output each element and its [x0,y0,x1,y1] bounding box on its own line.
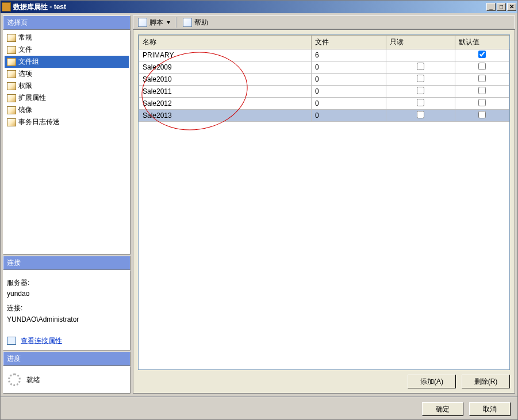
connection-panel: 连接 服务器: yundao 连接: YUNDAO\Administrator … [3,256,131,350]
cell-default[interactable] [455,61,509,74]
cell-readonly[interactable] [386,74,455,86]
chevron-down-icon [167,21,170,24]
cell-readonly[interactable] [386,61,455,74]
pages-panel: 选择页 常规文件文件组选项权限扩展属性镜像事务日志传送 [3,16,131,255]
dialog-window: 数据库属性 - test _ □ ✕ 选择页 常规文件文件组选项权限扩展属性镜像… [0,0,518,420]
page-icon [7,118,16,126]
cell-files[interactable]: 0 [312,110,386,122]
right-column: 脚本 帮助 [133,16,515,394]
cell-files[interactable]: 0 [312,61,386,74]
page-item-label: 镜像 [18,105,32,115]
left-column: 选择页 常规文件文件组选项权限扩展属性镜像事务日志传送 连接 服务器: yund… [3,16,131,394]
close-button[interactable]: ✕ [507,3,516,11]
minimize-button[interactable]: _ [486,3,496,11]
add-button[interactable]: 添加(A) [408,375,456,388]
cell-readonly[interactable] [386,86,455,98]
cell-default[interactable] [455,49,509,61]
cell-files[interactable]: 0 [312,74,386,86]
cell-default[interactable] [455,98,509,110]
page-icon [7,94,16,102]
cell-name[interactable]: Sale2012 [139,98,312,110]
script-label: 脚本 [149,18,163,28]
table-row[interactable]: Sale20130 [139,110,509,122]
page-item-label: 权限 [18,81,32,91]
cell-name[interactable]: Sale2013 [139,110,312,122]
dialog-button-row: 确定 取消 [1,396,517,419]
dialog-content: 选择页 常规文件文件组选项权限扩展属性镜像事务日志传送 连接 服务器: yund… [1,13,517,396]
readonly-checkbox[interactable] [417,63,424,70]
cell-files[interactable]: 0 [312,86,386,98]
page-icon [7,46,16,54]
page-item[interactable]: 扩展属性 [5,92,129,104]
readonly-checkbox[interactable] [417,111,424,118]
cell-files[interactable]: 6 [312,49,386,61]
default-checkbox[interactable] [478,111,486,118]
page-icon [7,106,16,114]
cell-name[interactable]: PRIMARY [139,49,312,61]
default-checkbox[interactable] [478,87,486,94]
default-checkbox[interactable] [478,63,486,70]
default-checkbox[interactable] [478,51,486,58]
server-label: 服务器: [7,278,126,288]
view-conn-props-row: 查看连接属性 [7,336,126,346]
readonly-checkbox[interactable] [417,75,424,82]
progress-panel: 进度 就绪 [3,352,131,394]
default-checkbox[interactable] [478,99,486,106]
remove-button[interactable]: 删除(R) [462,375,510,388]
cell-readonly[interactable] [386,49,455,61]
filegroups-grid[interactable]: 名称 文件 只读 默认值 PRIMARY6Sale20090Sale20100S… [139,35,509,122]
cell-name[interactable]: Sale2010 [139,74,312,86]
help-label: 帮助 [194,18,208,28]
ok-button[interactable]: 确定 [422,402,463,416]
help-button[interactable]: 帮助 [181,18,210,28]
col-name[interactable]: 名称 [139,36,312,49]
script-dropdown[interactable]: 脚本 [136,18,172,28]
col-default[interactable]: 默认值 [455,36,509,49]
cell-default[interactable] [455,74,509,86]
window-title: 数据库属性 - test [13,2,486,12]
cell-default[interactable] [455,86,509,98]
readonly-checkbox[interactable] [417,99,424,106]
default-checkbox[interactable] [478,75,486,82]
page-item[interactable]: 镜像 [5,104,129,116]
cell-files[interactable]: 0 [312,98,386,110]
page-item[interactable]: 权限 [5,80,129,92]
table-row[interactable]: Sale20090 [139,61,509,74]
page-item[interactable]: 文件组 [5,56,129,68]
progress-status: 就绪 [26,375,40,385]
cell-readonly[interactable] [386,98,455,110]
table-row[interactable]: PRIMARY6 [139,49,509,61]
progress-body: 就绪 [3,366,131,394]
page-item[interactable]: 事务日志传送 [5,116,129,128]
help-icon [183,18,192,27]
page-item-label: 事务日志传送 [18,117,60,127]
table-row[interactable]: Sale20100 [139,74,509,86]
conn-value: YUNDAO\Administrator [7,314,126,325]
page-item-label: 常规 [18,33,32,43]
col-readonly[interactable]: 只读 [386,36,455,49]
page-item-label: 选项 [18,69,32,79]
toolbar-separator [176,17,177,28]
pages-tree: 常规文件文件组选项权限扩展属性镜像事务日志传送 [3,30,131,255]
cancel-button[interactable]: 取消 [469,402,511,416]
cell-default[interactable] [455,110,509,122]
titlebar[interactable]: 数据库属性 - test _ □ ✕ [1,1,517,13]
readonly-checkbox[interactable] [417,87,424,94]
window-controls: _ □ ✕ [486,3,516,11]
table-row[interactable]: Sale20110 [139,86,509,98]
page-icon [7,82,16,90]
toolbar: 脚本 帮助 [133,16,515,29]
col-files[interactable]: 文件 [312,36,386,49]
page-item[interactable]: 选项 [5,68,129,80]
view-conn-props-link[interactable]: 查看连接属性 [21,336,62,346]
page-item[interactable]: 文件 [5,44,129,56]
maximize-button[interactable]: □ [497,3,506,11]
cell-readonly[interactable] [386,110,455,122]
page-item-label: 扩展属性 [18,93,46,103]
page-icon [7,58,16,66]
cell-name[interactable]: Sale2009 [139,61,312,74]
table-row[interactable]: Sale20120 [139,98,509,110]
cell-name[interactable]: Sale2011 [139,86,312,98]
script-icon [138,18,147,27]
page-item[interactable]: 常规 [5,32,129,44]
